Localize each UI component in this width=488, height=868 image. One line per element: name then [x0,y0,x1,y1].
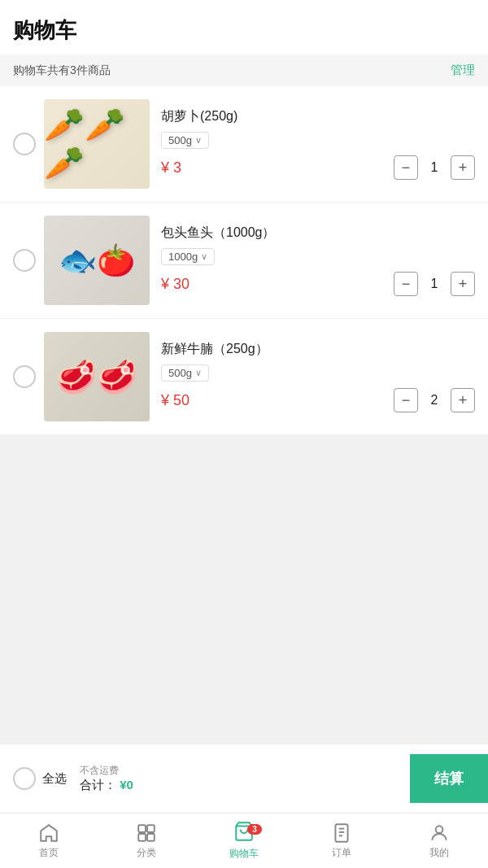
item-name-beef: 新鲜牛腩（250g） [161,341,475,358]
no-shipping-text: 不含运费 [80,764,410,778]
item-image-fish [44,216,150,305]
person-icon [429,822,450,844]
item-name-carrot: 胡萝卜(250g) [161,108,475,125]
nav-label-cart: 购物车 [229,847,259,861]
item-price-fish: ¥ 30 [161,276,190,293]
qty-value-fish: 1 [426,277,442,291]
total-amount: ¥0 [120,778,133,792]
svg-rect-5 [335,824,347,842]
nav-label-mine: 我的 [429,846,449,860]
item-price-beef: ¥ 50 [161,392,190,409]
item-checkbox-fish[interactable] [13,249,36,272]
category-icon [136,822,157,844]
carrot-image [44,99,150,189]
qty-control-carrot: − 1 + [394,155,475,180]
qty-value-beef: 2 [426,393,442,408]
item-checkbox-beef[interactable] [13,365,36,388]
item-image-beef [44,332,150,421]
total-section: 不含运费 合计： ¥0 [67,764,410,793]
cart-count-text: 购物车共有3件商品 [13,63,111,78]
cart-item-fish: 包头鱼头（1000g） 1000g ∨ ¥ 30 − 1 + [0,203,488,319]
select-all-checkbox[interactable] [13,767,36,790]
item-spec-fish[interactable]: 1000g ∨ [161,248,215,265]
total-prefix: 合计： [80,778,116,792]
svg-rect-3 [147,834,155,841]
chevron-down-icon: ∨ [201,251,207,262]
item-spec-beef[interactable]: 500g ∨ [161,364,209,382]
subheader-bar: 购物车共有3件商品 管理 [0,55,488,86]
page-header: 购物车 [0,0,488,55]
svg-point-9 [436,826,443,833]
item-price-carrot: ¥ 3 [161,159,181,177]
qty-increase-fish[interactable]: + [451,272,475,296]
select-all-button[interactable]: 全选 [13,767,67,790]
svg-rect-0 [138,825,146,832]
nav-label-home: 首页 [39,846,59,860]
nav-item-category[interactable]: 分类 [98,813,195,868]
qty-control-beef: − 2 + [394,388,475,412]
beef-image [44,332,150,421]
item-info-carrot: 胡萝卜(250g) 500g ∨ ¥ 3 − 1 + [161,108,475,180]
select-all-label: 全选 [42,771,67,787]
checkout-bar: 全选 不含运费 合计： ¥0 结算 [0,744,488,813]
cart-item-carrot: 胡萝卜(250g) 500g ∨ ¥ 3 − 1 + [0,86,488,203]
order-icon [331,822,352,844]
nav-item-mine[interactable]: 我的 [390,813,488,868]
home-icon [38,822,59,844]
qty-value-carrot: 1 [426,160,442,175]
qty-decrease-fish[interactable]: − [394,272,418,296]
item-info-fish: 包头鱼头（1000g） 1000g ∨ ¥ 30 − 1 + [161,225,475,296]
qty-increase-beef[interactable]: + [451,388,475,412]
svg-rect-2 [138,834,146,841]
item-bottom-carrot: ¥ 3 − 1 + [161,155,475,180]
qty-decrease-carrot[interactable]: − [394,155,418,180]
nav-label-category: 分类 [137,846,156,860]
nav-label-order: 订单 [332,846,351,860]
item-bottom-fish: ¥ 30 − 1 + [161,272,475,296]
qty-decrease-beef[interactable]: − [394,388,418,412]
item-checkbox-carrot[interactable] [13,133,36,155]
cart-badge: 3 [247,824,262,835]
item-bottom-beef: ¥ 50 − 2 + [161,388,475,412]
cart-item-beef: 新鲜牛腩（250g） 500g ∨ ¥ 50 − 2 + [0,319,488,435]
nav-item-order[interactable]: 订单 [293,813,390,868]
cart-list: 胡萝卜(250g) 500g ∨ ¥ 3 − 1 + 包头鱼头（1000g） [0,86,488,435]
chevron-down-icon: ∨ [195,368,202,378]
page-title: 购物车 [13,18,76,42]
item-spec-carrot[interactable]: 500g ∨ [161,132,209,149]
empty-space [0,435,488,744]
manage-button[interactable]: 管理 [451,63,475,78]
item-name-fish: 包头鱼头（1000g） [161,225,475,242]
bottom-nav: 首页 分类 3 购物车 订单 [0,813,488,868]
nav-item-home[interactable]: 首页 [0,813,98,868]
qty-increase-carrot[interactable]: + [451,155,475,180]
nav-item-cart[interactable]: 3 购物车 [195,813,293,868]
item-image-carrot [44,99,150,189]
svg-rect-1 [147,825,155,832]
chevron-down-icon: ∨ [195,135,202,146]
total-row: 合计： ¥0 [80,778,410,793]
fish-image [44,216,150,305]
qty-control-fish: − 1 + [394,272,475,296]
checkout-button[interactable]: 结算 [410,754,488,803]
item-info-beef: 新鲜牛腩（250g） 500g ∨ ¥ 50 − 2 + [161,341,475,412]
